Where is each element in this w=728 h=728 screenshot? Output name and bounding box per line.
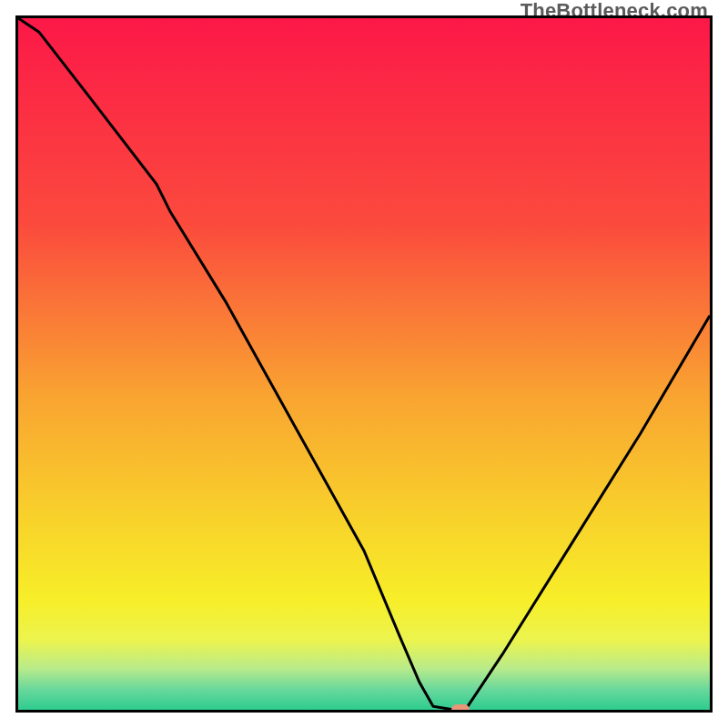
plot-area — [15, 15, 713, 713]
optimum-marker — [451, 704, 470, 713]
chart-frame: TheBottleneck.com — [0, 0, 728, 728]
chart-svg — [18, 18, 710, 710]
gradient-background — [18, 18, 710, 710]
